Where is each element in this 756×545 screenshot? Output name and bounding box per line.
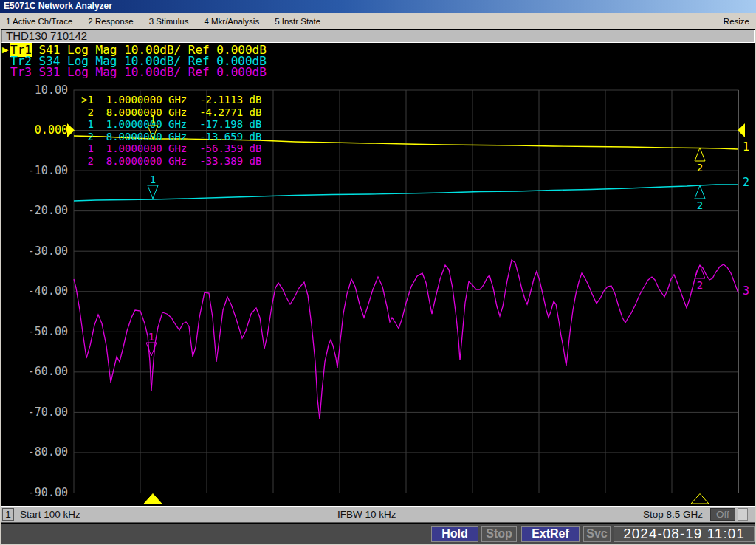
trace-format-text: S31 Log Mag 10.00dB/ Ref 0.000dB (32, 65, 267, 79)
menu-items: 1 Active Ch/Trace2 Response3 Stimulus4 M… (6, 13, 320, 30)
menu-item-resize[interactable]: Resize (724, 13, 749, 30)
menu-bar: 1 Active Ch/Trace2 Response3 Stimulus4 M… (0, 13, 756, 29)
marker-readout-row: 1 1.0000000 GHz -56.359 dB (81, 143, 261, 154)
y-axis-label: -40.00 (22, 286, 68, 297)
measurement-title: THD130 710142 (6, 30, 87, 42)
y-axis-label: -30.00 (22, 246, 68, 257)
status-bar-end-cap (738, 508, 748, 521)
marker-readout-row: 2 8.0000000 GHz -4.2771 dB (81, 106, 261, 118)
trace-definition-tr3[interactable]: Tr3 S31 Log Mag 10.00dB/ Ref 0.000dB (10, 66, 267, 78)
menu-item-4[interactable]: 4 Mkr/Analysis (204, 17, 259, 26)
measurement-title-bar[interactable]: THD130 710142 (1, 30, 755, 43)
menu-item-3[interactable]: 3 Stimulus (149, 17, 189, 26)
channel-status-bar: 1 Start 100 kHz IFBW 10 kHz Stop 8.5 GHz… (1, 506, 755, 523)
svc-indicator: Svc (583, 526, 611, 542)
stop-indicator: Stop (481, 526, 517, 542)
extref-indicator: ExtRef (521, 526, 580, 542)
window-title: E5071C Network Analyzer (4, 1, 112, 11)
y-axis-label: -80.00 (22, 447, 68, 458)
stimulus-stop-label[interactable]: Stop 8.5 GHz (643, 509, 703, 520)
y-axis-label: -70.00 (22, 407, 68, 418)
marker-readout-row: 1 1.0000000 GHz -17.198 dB (81, 118, 261, 130)
trace-label: Tr3 (10, 65, 32, 79)
channel-number-badge: 1 (2, 508, 14, 521)
y-axis-label: -50.00 (22, 326, 68, 337)
menu-item-5[interactable]: 5 Instr State (275, 17, 320, 26)
stimulus-start-label[interactable]: Start 100 kHz (20, 509, 80, 520)
hold-indicator[interactable]: Hold (431, 526, 478, 542)
active-trace-arrow-icon: ▶ (2, 44, 10, 55)
ifbw-label[interactable]: IFBW 10 kHz (337, 509, 396, 520)
y-axis-label: -20.00 (22, 205, 68, 216)
datetime-display: 2024-08-19 11:01 (614, 526, 755, 542)
marker-readout-row: 2 8.0000000 GHz -13.659 dB (81, 131, 261, 143)
menu-item-1[interactable]: 1 Active Ch/Trace (6, 17, 72, 26)
y-axis-label: -60.00 (22, 366, 68, 377)
y-axis-label: -10.00 (22, 165, 68, 176)
menu-item-2[interactable]: 2 Response (88, 17, 133, 26)
y-axis-label: 0.000 (22, 125, 68, 136)
marker-readout-row: >1 1.0000000 GHz -2.1113 dB (81, 94, 261, 106)
y-axis-label: -90.00 (22, 487, 68, 498)
instrument-status-bar: Hold Stop ExtRef Svc 2024-08-19 11:01 (1, 524, 755, 544)
y-axis-label: 10.00 (22, 85, 68, 96)
trigger-off-indicator: Off (710, 508, 735, 521)
window-frame-left (0, 13, 1, 545)
marker-readout-row: 2 8.0000000 GHz -33.389 dB (81, 155, 261, 167)
window-title-bar[interactable]: E5071C Network Analyzer (0, 0, 756, 13)
